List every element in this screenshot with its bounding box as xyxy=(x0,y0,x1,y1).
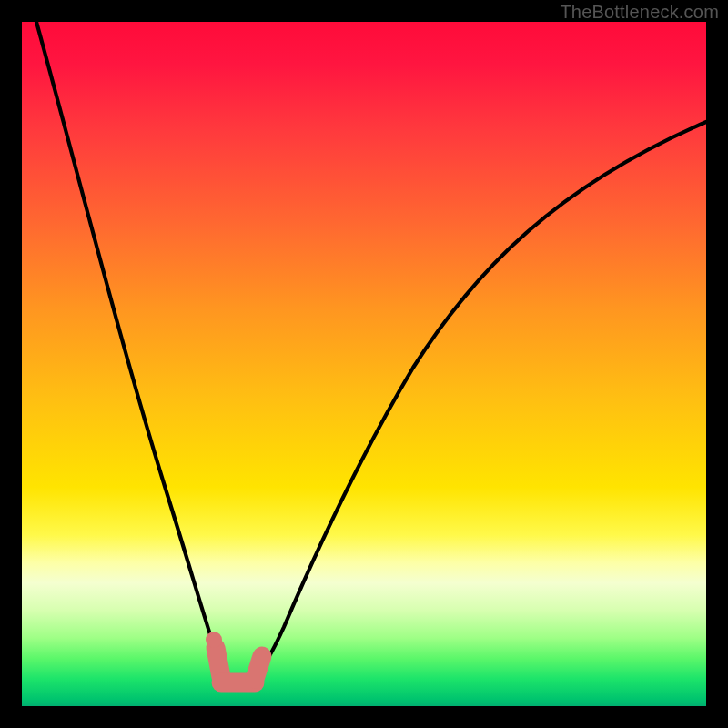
highlight-cap-dot xyxy=(206,632,222,648)
highlight-right-stroke xyxy=(255,656,262,679)
chart-plot-area xyxy=(22,22,706,706)
chart-frame: TheBottleneck.com xyxy=(0,0,728,728)
attribution-text: TheBottleneck.com xyxy=(560,2,719,23)
highlight-left-stroke xyxy=(216,648,221,677)
bottleneck-curve xyxy=(36,22,706,683)
chart-svg xyxy=(22,22,706,706)
